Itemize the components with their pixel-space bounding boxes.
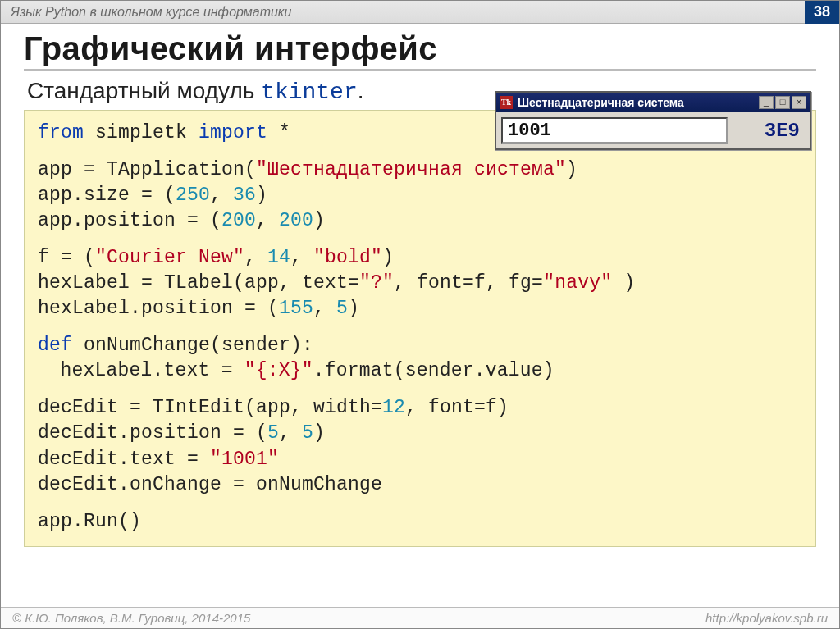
footer: © К.Ю. Поляков, В.М. Гуровиц, 2014-2015 … xyxy=(1,607,839,628)
copyright: © К.Ю. Поляков, В.М. Гуровиц, 2014-2015 xyxy=(12,611,250,625)
page-title: Графический интерфейс xyxy=(24,30,816,71)
footer-url: http://kpolyakov.spb.ru xyxy=(705,611,828,625)
code-run: app.Run() xyxy=(38,509,802,535)
window-title: Шестнадцатеричная система xyxy=(518,96,754,109)
decimal-input[interactable]: 1001 xyxy=(501,117,728,144)
code-app-setup: app = TApplication("Шестнадцатеричная си… xyxy=(38,157,802,234)
tk-icon: Tk xyxy=(500,96,513,109)
header-bar: Язык Python в школьном курсе информатики… xyxy=(1,1,839,24)
code-block: from simpletk import * app = TApplicatio… xyxy=(24,110,816,547)
client-area: 1001 3E9 xyxy=(496,112,810,148)
maximize-button[interactable]: □ xyxy=(775,96,790,109)
code-edit-setup: decEdit = TIntEdit(app, width=12, font=f… xyxy=(38,395,802,497)
subtitle-suffix: . xyxy=(358,78,364,103)
tkinter-window: Tk Шестнадцатеричная система _ □ × 1001 … xyxy=(495,91,811,150)
slide: Язык Python в школьном курсе информатики… xyxy=(0,0,840,629)
module-name: tkinter xyxy=(261,80,358,105)
titlebar: Tk Шестнадцатеричная система _ □ × xyxy=(496,93,810,112)
course-title: Язык Python в школьном курсе информатики xyxy=(11,5,291,20)
code-label-setup: f = ("Courier New", 14, "bold") hexLabel… xyxy=(38,245,802,321)
window-buttons: _ □ × xyxy=(759,96,806,109)
subtitle-prefix: Стандартный модуль xyxy=(27,78,261,103)
minimize-button[interactable]: _ xyxy=(759,96,774,109)
close-button[interactable]: × xyxy=(792,96,806,109)
page-number: 38 xyxy=(805,1,839,24)
code-callback: def onNumChange(sender): hexLabel.text =… xyxy=(38,333,802,384)
hex-label: 3E9 xyxy=(734,120,805,142)
